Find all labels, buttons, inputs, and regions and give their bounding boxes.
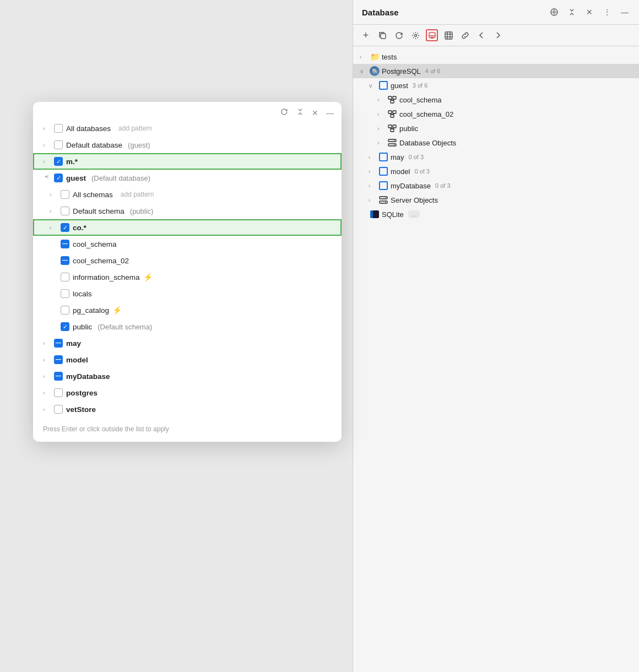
tree-item-server-objects[interactable]: › Server Objects [353, 193, 639, 207]
popup-item-may[interactable]: › may [33, 335, 342, 351]
popup-minimize-icon[interactable]: — [326, 109, 334, 117]
popup-item-vetstore[interactable]: › vetStore [33, 401, 342, 418]
server-icon [387, 138, 397, 148]
tree-item-sqlite[interactable]: › SQLite … [353, 207, 639, 221]
popup-close-icon[interactable]: ✕ [312, 109, 318, 117]
close-icon[interactable]: ✕ [584, 7, 595, 18]
minimize-icon[interactable]: — [619, 7, 630, 18]
public-schema-checkbox[interactable] [61, 322, 69, 331]
guest-checkbox[interactable] [54, 174, 63, 182]
tree-item-tests[interactable]: › 📁 tests [353, 50, 639, 64]
popup-item-pg-catalog[interactable]: › pg_catalog ⚡ [33, 302, 342, 318]
chevron-right-icon: › [43, 159, 51, 165]
chevron-right-icon: › [369, 197, 376, 203]
popup-item-cool-schema[interactable]: › cool_schema [33, 236, 342, 252]
guest-label: guest [66, 174, 86, 182]
popup-item-default-database[interactable]: › Default database (guest) [33, 137, 342, 153]
server-icon [378, 195, 388, 205]
co-star-checkbox[interactable] [61, 223, 69, 232]
expand-icon[interactable] [566, 7, 577, 18]
m-star-checkbox[interactable] [54, 157, 63, 166]
tree-item-guest[interactable]: ∨ guest 3 of 6 [353, 78, 639, 93]
back-button[interactable] [475, 29, 488, 41]
default-schema-sublabel: (public) [130, 207, 154, 215]
popup-item-m-star[interactable]: › m.* [33, 153, 342, 170]
mydatabase-checkbox[interactable] [54, 372, 63, 381]
chevron-right-icon: › [369, 154, 376, 160]
cool-schema-02-checkbox[interactable] [61, 256, 69, 265]
popup-item-default-schema[interactable]: › Default schema (public) [33, 203, 342, 219]
link-button[interactable] [459, 29, 471, 41]
popup-item-information-schema[interactable]: › information_schema ⚡ [33, 269, 342, 285]
popup-item-mydatabase[interactable]: › myDatabase [33, 368, 342, 384]
information-schema-checkbox[interactable] [61, 273, 69, 281]
default-database-checkbox[interactable] [54, 140, 63, 149]
popup-item-model[interactable]: › model [33, 351, 342, 368]
svg-point-33 [394, 140, 395, 141]
settings-button[interactable] [409, 29, 421, 41]
model-checkbox[interactable] [54, 355, 63, 364]
popup-expand-icon[interactable] [296, 108, 304, 117]
default-database-label: Default database [66, 141, 122, 149]
popup-item-public-schema[interactable]: › public (Default schema) [33, 318, 342, 335]
chevron-right-icon: › [43, 340, 51, 346]
vetstore-checkbox[interactable] [54, 405, 63, 414]
popup-item-locals[interactable]: › locals [33, 285, 342, 302]
tests-label: tests [382, 53, 397, 61]
all-databases-add-pattern[interactable]: add pattern [118, 124, 152, 132]
locals-checkbox[interactable] [61, 289, 69, 298]
vetstore-label: vetStore [66, 405, 96, 414]
default-schema-checkbox[interactable] [61, 207, 69, 215]
popup-item-co-star[interactable]: › co.* [33, 219, 342, 236]
postgres-checkbox[interactable] [54, 388, 63, 397]
public-schema-sublabel: (Default schema) [98, 323, 152, 331]
chevron-right-icon: › [50, 192, 57, 198]
lightning-icon: ⚡ [143, 273, 153, 281]
tree-item-public[interactable]: › public [353, 121, 639, 136]
svg-rect-27 [393, 125, 396, 128]
popup-item-postgres[interactable]: › postgres [33, 384, 342, 401]
tree-item-database-objects[interactable]: › Database Objects [353, 136, 639, 150]
table-button[interactable] [442, 29, 454, 41]
tree-item-postgresql[interactable]: ∨ 🐘 PostgreSQL 4 of 6 [353, 64, 639, 78]
guest-count: 3 of 6 [413, 82, 428, 89]
guest-sublabel: (Default database) [91, 174, 150, 182]
popup-tree: › All databases add pattern › Default da… [33, 120, 342, 418]
cool-schema-label: cool_schema [73, 240, 117, 248]
chevron-down-icon: ∨ [44, 174, 50, 182]
svg-point-1 [553, 11, 555, 13]
forward-button[interactable] [492, 29, 504, 41]
popup-item-all-databases[interactable]: › All databases add pattern [33, 120, 342, 137]
popup-item-all-schemas[interactable]: › All schemas add pattern [33, 186, 342, 203]
all-databases-checkbox[interactable] [54, 124, 63, 133]
popup-item-guest[interactable]: ∨ guest (Default database) [33, 170, 342, 186]
tree-item-mydatabase[interactable]: › myDatabase 0 of 3 [353, 178, 639, 193]
information-schema-label: information_schema [73, 273, 140, 281]
copy-button[interactable] [376, 29, 388, 41]
svg-point-37 [385, 197, 386, 198]
all-schemas-add-pattern[interactable]: add pattern [121, 191, 154, 198]
tree-item-cool-schema[interactable]: › cool_schema [353, 93, 639, 107]
cool-schema-02-label: cool_schema_02 [73, 257, 129, 265]
tree-item-cool-schema-02[interactable]: › cool_schema_02 [353, 107, 639, 121]
may-label: may [66, 339, 81, 348]
target-icon[interactable] [549, 7, 560, 18]
database-panel: Database ✕ ⋮ — [353, 0, 639, 672]
pg-catalog-checkbox[interactable] [61, 306, 69, 315]
all-schemas-checkbox[interactable] [61, 190, 69, 199]
svg-rect-16 [388, 96, 392, 99]
console-button[interactable] [426, 29, 438, 41]
more-icon[interactable]: ⋮ [602, 7, 613, 18]
svg-point-38 [385, 202, 386, 203]
panel-header-icons: ✕ ⋮ — [549, 7, 630, 18]
refresh-button[interactable] [393, 29, 405, 41]
popup-item-cool-schema-02[interactable]: › cool_schema_02 [33, 252, 342, 269]
cool-schema-checkbox[interactable] [61, 240, 69, 248]
tree-item-model[interactable]: › model 0 of 3 [353, 164, 639, 178]
popup-refresh-icon[interactable] [280, 107, 289, 118]
default-database-sublabel: (guest) [128, 141, 150, 149]
add-button[interactable]: + [360, 29, 372, 41]
tree-item-may[interactable]: › may 0 of 3 [353, 150, 639, 164]
may-checkbox[interactable] [54, 339, 63, 348]
folder-icon: 📁 [370, 52, 380, 62]
